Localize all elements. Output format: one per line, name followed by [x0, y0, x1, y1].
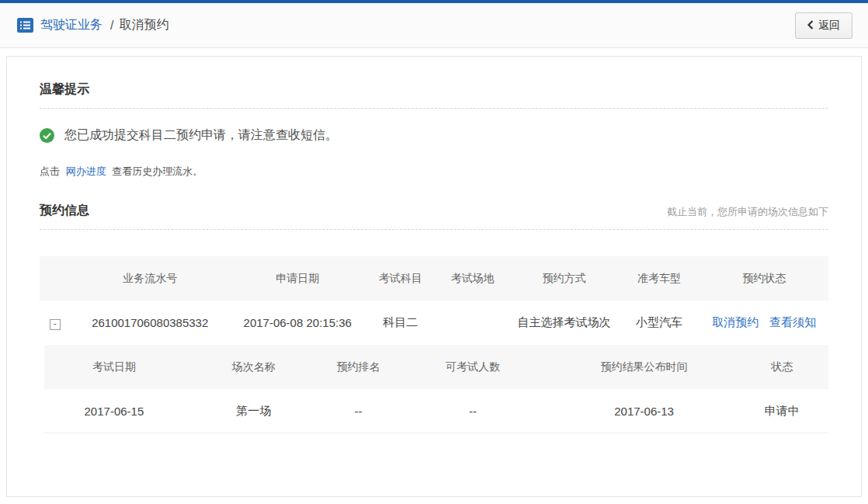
appointment-table: 业务流水号 申请日期 考试科目 考试场地 预约方式 准考车型 预约状态 - 26… — [40, 256, 828, 433]
col-header-venue: 考试场地 — [436, 272, 510, 286]
note-prefix: 点击 — [40, 165, 60, 177]
cell-session-name: 第一场 — [184, 404, 324, 419]
success-check-icon — [40, 128, 54, 143]
col-header-subject: 考试科目 — [366, 272, 436, 286]
col-header-state: 状态 — [736, 360, 828, 374]
cell-apply-date: 2017-06-08 20:15:36 — [230, 316, 366, 329]
success-message: 您已成功提交科目二预约申请，请注意查收短信。 — [64, 127, 338, 144]
cancel-appointment-link[interactable]: 取消预约 — [712, 315, 759, 330]
session-detail-table: 考试日期 场次名称 预约排名 可考试人数 预约结果公布时间 状态 2017-06… — [44, 345, 828, 433]
col-header-method: 预约方式 — [510, 272, 619, 286]
back-button[interactable]: 返回 — [795, 12, 852, 39]
progress-note: 点击 网办进度 查看历史办理流水。 — [40, 165, 828, 179]
back-chevron-icon — [807, 19, 814, 32]
list-icon — [17, 18, 33, 33]
col-header-rank: 预约排名 — [324, 360, 394, 374]
collapse-toggle[interactable]: - — [50, 319, 61, 330]
breadcrumb-current: 取消预约 — [119, 17, 168, 33]
col-header-session-name: 场次名称 — [184, 360, 324, 374]
col-header-status: 预约状态 — [700, 272, 828, 286]
back-button-label: 返回 — [818, 19, 840, 33]
cell-rank: -- — [324, 405, 394, 418]
divider — [40, 229, 828, 230]
detail-table-header-row: 考试日期 场次名称 预约排名 可考试人数 预约结果公布时间 状态 — [44, 345, 828, 389]
col-header-result-time: 预约结果公布时间 — [552, 360, 735, 374]
cell-actions: 取消预约 查看须知 — [700, 315, 828, 330]
appointment-note: 截止当前，您所申请的场次信息如下 — [667, 205, 828, 219]
note-suffix: 查看历史办理流水。 — [112, 165, 203, 177]
view-notice-link[interactable]: 查看须知 — [769, 315, 816, 330]
success-row: 您已成功提交科目二预约申请，请注意查收短信。 — [40, 127, 828, 144]
cell-serial: 261001706080385332 — [71, 316, 230, 329]
progress-link[interactable]: 网办进度 — [66, 165, 106, 177]
col-header-exam-date: 考试日期 — [44, 360, 184, 374]
cell-exam-date: 2017-06-15 — [44, 405, 184, 418]
col-header-vehicle: 准考车型 — [619, 272, 700, 286]
breadcrumb: 驾驶证业务 / 取消预约 — [17, 17, 168, 33]
cell-capacity: -- — [393, 405, 552, 418]
page-header: 驾驶证业务 / 取消预约 返回 — [0, 3, 868, 48]
main-table-row: - 261001706080385332 2017-06-08 20:15:36… — [40, 301, 828, 345]
appointment-section-header: 预约信息 截止当前，您所申请的场次信息如下 — [40, 203, 828, 219]
cell-result-time: 2017-06-13 — [552, 405, 735, 418]
content-panel: 温馨提示 您已成功提交科目二预约申请，请注意查收短信。 点击 网办进度 查看历史… — [6, 56, 862, 497]
cell-vehicle: 小型汽车 — [619, 315, 700, 330]
cell-method: 自主选择考试场次 — [510, 315, 619, 330]
divider — [40, 108, 828, 109]
appointment-heading: 预约信息 — [40, 203, 89, 219]
tips-heading: 温馨提示 — [40, 57, 828, 98]
cell-state: 申请中 — [736, 404, 828, 419]
main-table-header-row: 业务流水号 申请日期 考试科目 考试场地 预约方式 准考车型 预约状态 — [40, 256, 828, 301]
col-header-capacity: 可考试人数 — [393, 360, 552, 374]
breadcrumb-section-link[interactable]: 驾驶证业务 — [40, 17, 102, 33]
breadcrumb-separator: / — [110, 19, 113, 33]
cell-subject: 科目二 — [366, 315, 436, 330]
col-header-serial: 业务流水号 — [71, 272, 230, 286]
col-header-apply-date: 申请日期 — [230, 272, 366, 286]
detail-table-row: 2017-06-15 第一场 -- -- 2017-06-13 申请中 — [44, 389, 828, 433]
